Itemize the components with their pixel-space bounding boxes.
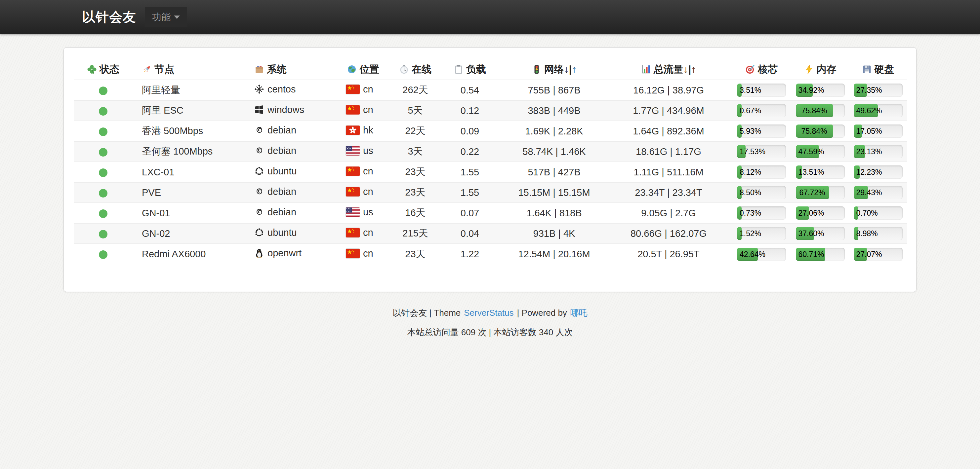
load-value: 1.22 <box>461 249 479 259</box>
location-code: cn <box>363 166 373 177</box>
network-speed: 15.15M | 15.15M <box>518 187 590 198</box>
flag-cn-icon <box>346 249 360 258</box>
cpu-progress-bar: 42.64% <box>737 248 786 261</box>
visit-stats: 本站总访问量 609 次 | 本站访客数 340 人次 <box>0 326 980 338</box>
col-header-label: 核芯 <box>758 64 778 74</box>
network-speed: 755B | 867B <box>528 85 580 95</box>
flag-cn-icon <box>346 84 360 94</box>
disk-percent-label: 27.07% <box>856 248 882 261</box>
os-ubuntu-icon <box>254 166 264 176</box>
cpu-percent-label: 5.93% <box>740 125 761 138</box>
os-name: centos <box>267 84 296 95</box>
table-row[interactable]: GN-02ubuntucn215天0.04931B | 4K80.66G | 1… <box>74 223 907 244</box>
status-online-dot <box>99 148 107 157</box>
cpu-progress-bar: 8.12% <box>737 165 786 179</box>
network-speed: 58.74K | 1.46K <box>522 146 585 157</box>
location-code: us <box>363 207 373 218</box>
disk-progress-bar: 23.13% <box>854 145 903 158</box>
os-ubuntu-icon <box>254 228 264 238</box>
theme-link[interactable]: ServerStatus <box>464 308 514 318</box>
uptime-value: 23天 <box>405 187 425 198</box>
disk-percent-label: 8.98% <box>856 227 878 240</box>
table-row[interactable]: 圣何塞 100Mbpsdebianus3天0.2258.74K | 1.46K1… <box>74 141 907 162</box>
col-header-load: 负载 <box>437 59 503 80</box>
col-header-label: 总流量↓|↑ <box>654 64 696 74</box>
status-online-dot <box>99 189 107 198</box>
node-name: Redmi AX6000 <box>142 249 206 259</box>
network-speed: 1.64K | 818B <box>527 208 582 218</box>
flag-us-icon <box>346 146 360 155</box>
mem-percent-label: 75.84% <box>802 125 827 138</box>
uptime-value: 215天 <box>402 228 428 238</box>
col-header-label: 负载 <box>466 64 486 74</box>
cpu-progress-bar: 3.51% <box>737 84 786 97</box>
uptime-value: 23天 <box>405 249 425 259</box>
total-traffic: 1.77G | 434.96M <box>633 105 704 116</box>
location-code: cn <box>363 84 373 95</box>
location-code: hk <box>363 125 373 136</box>
table-row[interactable]: 阿里轻量centoscn262天0.54755B | 867B16.12G | … <box>74 80 907 100</box>
uptime-value: 22天 <box>405 125 425 136</box>
col-header-location: 位置 <box>337 59 394 80</box>
os-name: openwrt <box>267 248 302 258</box>
col-header-label: 内存 <box>817 64 837 74</box>
col-header-label: 状态 <box>100 64 119 74</box>
cpu-percent-label: 8.12% <box>740 165 761 179</box>
os-windows-icon <box>254 105 264 115</box>
col-header-label: 硬盘 <box>875 64 894 74</box>
table-row[interactable]: Redmi AX6000openwrtcn23天1.2212.54M | 20.… <box>74 244 907 264</box>
load-value: 0.04 <box>461 228 479 239</box>
status-online-dot <box>99 168 107 177</box>
node-name: LXC-01 <box>142 167 174 177</box>
flag-cn-icon <box>346 166 360 176</box>
table-row[interactable]: LXC-01ubuntucn23天1.55517B | 427B1.11G | … <box>74 162 907 182</box>
table-row[interactable]: PVEdebiancn23天1.5515.15M | 15.15M23.34T … <box>74 182 907 203</box>
uptime-value: 262天 <box>402 84 428 95</box>
cpu-progress-bar: 17.53% <box>737 145 786 158</box>
table-row[interactable]: 阿里 ESCwindowscn5天0.12383B | 449B1.77G | … <box>74 100 907 121</box>
stopwatch-icon <box>399 64 412 74</box>
disk-progress-bar: 17.05% <box>854 125 903 138</box>
cpu-progress-bar: 8.50% <box>737 186 786 199</box>
powered-by-link[interactable]: 哪吒 <box>570 308 587 318</box>
load-value: 0.09 <box>461 126 479 136</box>
node-name: 圣何塞 100Mbps <box>142 146 213 157</box>
load-value: 1.55 <box>461 187 479 198</box>
network-speed: 1.69K | 2.28K <box>525 126 583 136</box>
lightning-icon <box>804 64 817 74</box>
total-traffic: 20.5T | 26.95T <box>638 249 700 259</box>
col-header-system: 系统 <box>245 59 337 80</box>
os-name: windows <box>267 105 304 115</box>
mem-progress-bar: 75.84% <box>796 125 845 138</box>
load-value: 0.07 <box>461 208 479 218</box>
disk-progress-bar: 27.07% <box>854 248 903 261</box>
clipboard-icon <box>453 64 466 74</box>
os-debian-icon <box>254 187 264 196</box>
mem-progress-bar: 47.59% <box>796 145 845 158</box>
functions-dropdown[interactable]: 功能 <box>145 7 187 27</box>
disk-progress-bar: 49.62% <box>854 104 903 117</box>
table-row[interactable]: GN-01debianus16天0.071.64K | 818B9.05G | … <box>74 203 907 223</box>
cpu-percent-label: 0.73% <box>740 206 761 220</box>
chevron-down-icon <box>174 16 180 19</box>
total-traffic: 1.11G | 511.16M <box>633 167 703 177</box>
table-header-row: 状态节点系统位置在线负载网络↓|↑总流量↓|↑核芯内存硬盘 <box>74 59 907 80</box>
mem-percent-label: 60.71% <box>799 248 824 261</box>
total-traffic: 9.05G | 2.7G <box>641 208 696 218</box>
node-name: GN-01 <box>142 208 170 218</box>
cpu-percent-label: 1.52% <box>740 227 761 240</box>
total-traffic: 23.34T | 23.34T <box>635 187 702 198</box>
os-name: debian <box>267 186 296 197</box>
col-header-disk: 硬盘 <box>849 59 907 80</box>
flag-us-icon <box>346 208 360 217</box>
mem-percent-label: 27.06% <box>799 206 824 220</box>
mem-percent-label: 13.51% <box>799 165 824 179</box>
total-traffic: 80.66G | 162.07G <box>630 228 706 239</box>
total-traffic: 1.64G | 892.36M <box>633 126 704 136</box>
cpu-percent-label: 42.64% <box>740 248 765 261</box>
table-row[interactable]: 香港 500Mbpsdebianhk22天0.091.69K | 2.28K1.… <box>74 121 907 141</box>
status-online-dot <box>99 209 107 218</box>
col-header-online: 在线 <box>394 59 437 80</box>
traffic-light-icon <box>532 64 544 74</box>
os-name: debian <box>267 125 296 136</box>
